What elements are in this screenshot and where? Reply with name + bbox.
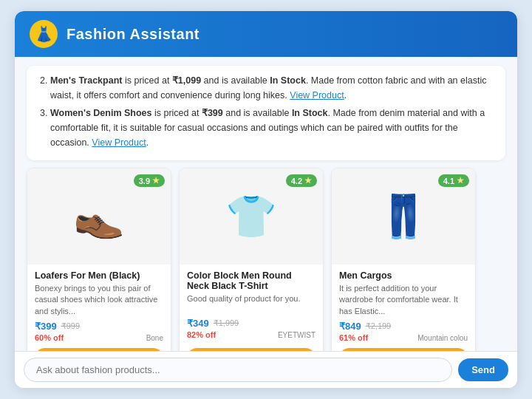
price-current-1: ₹349 [187,318,209,329]
product-image-2: 👖 4.1 ★ [332,168,475,265]
product-info-1: Color Block Men Round Neck Black T-Shirt… [180,265,323,348]
item2-view-link[interactable]: View Product [290,90,344,100]
item2-availability: In Stock [270,75,306,86]
input-bar: Send [15,351,517,388]
item3-price: ₹399 [202,108,223,118]
send-button[interactable]: Send [458,358,508,381]
rating-badge-0: 3.9 ★ [134,174,165,187]
price-original-1: ₹1,999 [214,318,239,328]
price-current-2: ₹849 [339,321,361,332]
rating-value-0: 3.9 [139,177,150,185]
product-emoji-1: 👕 [225,192,277,241]
logo-emoji: 👗 [35,25,53,43]
product-desc-1: Good quality of product for you. [187,293,316,314]
rating-badge-1: 4.2 ★ [286,174,317,187]
item2-price: ₹1,099 [172,75,201,86]
price-current-0: ₹399 [35,321,57,332]
item3-availability: In Stock [292,108,328,118]
header-logo: 👗 [30,20,58,48]
rating-value-1: 4.2 [291,177,302,185]
product-image-1: 👕 4.2 ★ [180,168,323,265]
product-emoji-2: 👖 [378,192,429,241]
product-card-0: 👞 3.9 ★ Loafers For Men (Black) Bonexy b… [27,168,171,351]
product-card-2: 👖 4.1 ★ Men Cargos It is perfect additio… [331,168,476,351]
header: 👗 Fashion Assistant [15,11,517,57]
rating-star-2: ★ [457,176,464,185]
product-emoji-0: 👞 [73,196,125,237]
add-to-cart-2[interactable]: Add to Cart [339,348,468,351]
item2-product-name: Men's Trackpant [50,75,122,86]
product-card-1: 👕 4.2 ★ Color Block Men Round Neck Black… [179,168,324,351]
product-info-0: Loafers For Men (Black) Bonexy brings to… [27,265,171,348]
add-to-cart-1[interactable]: Add to Cart [187,348,316,351]
products-row: 👞 3.9 ★ Loafers For Men (Black) Bonexy b… [27,168,505,351]
chat-input[interactable] [24,358,452,382]
rating-value-2: 4.1 [443,177,454,185]
price-original-2: ₹2,199 [366,321,392,331]
product-image-0: 👞 3.9 ★ [27,168,171,265]
item3-view-link[interactable]: View Product [92,137,146,148]
brand-2: Mountain colou [417,334,468,342]
product-info-2: Men Cargos It is perfect addition to you… [332,265,475,348]
discount-0: 60% off [35,333,64,342]
brand-1: EYETWIST [278,331,316,339]
rating-star-0: ★ [152,176,160,185]
discount-1: 82% off [187,330,216,339]
brand-0: Bone [146,334,163,342]
item3-product-name: Women's Denim Shoes [50,108,152,118]
price-original-0: ₹999 [61,321,80,331]
rating-star-1: ★ [304,176,312,185]
product-desc-0: Bonexy brings to you this pair of casual… [35,283,163,317]
rating-badge-2: 4.1 ★ [438,174,469,187]
message-bubble: Men's Trackpant is priced at ₹1,099 and … [27,66,505,160]
discount-2: 61% off [339,333,368,342]
product-name-0: Loafers For Men (Black) [35,270,163,281]
app-container: 👗 Fashion Assistant Men's Trackpant is p… [15,11,517,388]
chat-area: Men's Trackpant is priced at ₹1,099 and … [15,57,517,351]
product-name-1: Color Block Men Round Neck Black T-Shirt [187,270,316,291]
header-title: Fashion Assistant [66,26,200,43]
add-to-cart-0[interactable]: Add to Cart [35,348,163,351]
product-desc-2: It is perfect addition to your wardrobe … [339,283,468,317]
product-name-2: Men Cargos [339,270,468,281]
